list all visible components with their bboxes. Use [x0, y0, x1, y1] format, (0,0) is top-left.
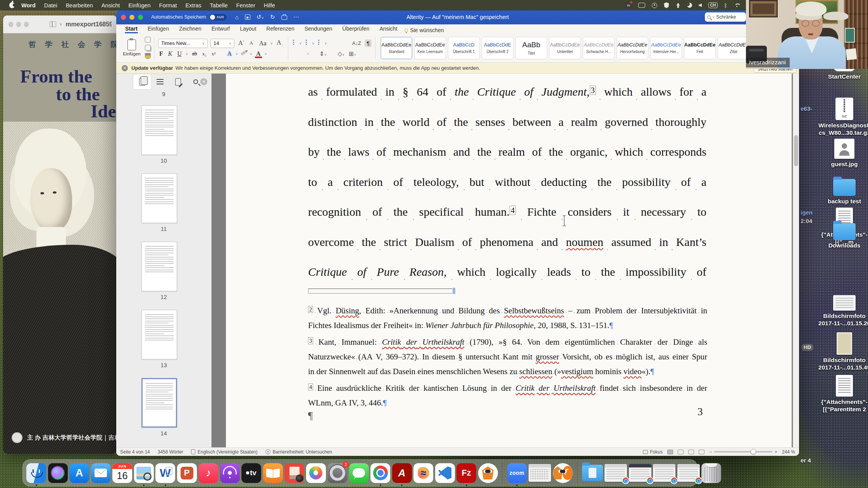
subscript-button[interactable]: x₂ — [201, 51, 208, 57]
view-print-layout-button[interactable] — [667, 450, 673, 454]
dock-podcasts[interactable] — [220, 463, 240, 483]
focus-toggle[interactable]: Fokus — [643, 449, 663, 455]
menu-item-tabelle[interactable]: Tabelle — [206, 2, 232, 9]
style-intensive-her-[interactable]: AaBbCcDdEeIntensive Her... — [650, 37, 682, 59]
dock-trash[interactable] — [701, 463, 721, 483]
zoom-slider[interactable]: −+ — [709, 449, 777, 455]
underline-button[interactable]: U — [176, 50, 183, 57]
font-color-button[interactable]: A — [255, 50, 262, 57]
menu-item-format[interactable]: Format — [155, 2, 181, 9]
document-canvas[interactable]: as formulated in § 64 of the Critique of… — [212, 74, 799, 447]
dock-contacts[interactable] — [284, 463, 304, 483]
style-überschrift-2[interactable]: AaBbCcDdEÜberschrift 2 — [482, 37, 513, 59]
font-name-select[interactable]: Times New...∨ — [158, 39, 208, 48]
tab-thumbnails[interactable] — [133, 74, 151, 89]
decrease-indent-button[interactable] — [336, 42, 338, 45]
cut-icon[interactable] — [145, 37, 151, 43]
autosave-toggle[interactable]: AUS — [209, 14, 227, 21]
chevron-down-icon[interactable]: ∨ — [59, 22, 62, 27]
bold-button[interactable]: F — [158, 50, 164, 57]
status-accessibility[interactable]: Barrierefreiheit: Untersuchen — [265, 449, 332, 455]
dock-powerpoint[interactable]: P — [177, 463, 197, 483]
dock-window-chrome-4[interactable] — [677, 464, 700, 482]
bullet-list-button[interactable] — [292, 39, 296, 48]
style-kein-leerraum[interactable]: AaBbCcDdEeKein Leerraum — [414, 37, 446, 59]
shield-icon[interactable] — [664, 2, 669, 8]
sort-button[interactable]: A↓Z — [351, 40, 362, 46]
menu-item-word[interactable]: Word — [17, 2, 40, 9]
menu-item-datei[interactable]: Datei — [40, 2, 62, 9]
align-center-button[interactable] — [297, 53, 299, 55]
dock-finder[interactable] — [26, 463, 46, 483]
borders-button[interactable]: ⊞∨ — [348, 50, 357, 57]
align-left-button[interactable] — [292, 53, 294, 55]
clear-formatting-button[interactable]: A◌ — [276, 39, 284, 47]
rocket-icon[interactable] — [675, 3, 680, 8]
minimize-button[interactable] — [16, 22, 21, 27]
dock-window-sudoku[interactable] — [529, 464, 551, 482]
multilevel-list-button[interactable] — [317, 39, 322, 48]
desktop-icon-downloads[interactable]: Downloads — [821, 223, 868, 249]
zoom-slider-knob[interactable] — [751, 449, 756, 454]
home-icon[interactable]: ⌂ — [235, 14, 239, 21]
ribbon-tab-start[interactable]: Start — [120, 25, 143, 33]
menu-item-hilfe[interactable]: Hilfe — [260, 2, 279, 9]
ribbon-tab-referenzen[interactable]: Referenzen — [261, 25, 299, 33]
superscript-button[interactable]: x² — [210, 51, 217, 57]
dock-window-chrome-3[interactable] — [653, 464, 675, 482]
preview-window[interactable]: ∨ mmexport1685949 哲 学 社 会 学 院 国 际 From t… — [3, 15, 117, 454]
dock-photos[interactable] — [306, 463, 326, 483]
close-button[interactable] — [121, 15, 126, 20]
ribbon-tab-einfügen[interactable]: Einfügen — [143, 25, 174, 33]
page-thumbnail-12[interactable] — [141, 242, 177, 291]
document-page[interactable]: as formulated in § 64 of the Critique of… — [226, 74, 792, 447]
zoom-button[interactable] — [138, 15, 143, 20]
footnotes[interactable]: 2 Vgl. Düsing, Edith: »Anerkennung und B… — [308, 303, 707, 412]
bluetooth-icon[interactable]: ᛒ — [724, 3, 727, 8]
desktop-icon-guest-jpg[interactable]: guest.jpg — [821, 139, 868, 168]
desktop-icon-bildschirmfoto[interactable]: Bildschirmfoto2017-11-...01.15.20 — [821, 295, 868, 327]
wifi-icon[interactable] — [734, 3, 740, 7]
close-sidebar-icon[interactable]: ✕ — [200, 78, 207, 85]
dock-settings[interactable]: 2 — [327, 463, 347, 483]
view-outline-button[interactable] — [688, 450, 694, 454]
tab-outline[interactable] — [151, 74, 169, 89]
style-standard[interactable]: AaBbCcDdEeStandard — [381, 37, 412, 59]
page-thumbnail-11[interactable] — [141, 174, 177, 223]
status-language[interactable]: Englisch (Vereinigte Staaten) — [191, 449, 258, 455]
ribbon-tab-ansicht[interactable]: Ansicht — [374, 25, 402, 33]
highlight-button[interactable] — [241, 50, 247, 56]
page-thumbnail-10[interactable] — [141, 105, 177, 155]
page-thumbnail-14[interactable] — [141, 378, 177, 428]
style-überschrift-1[interactable]: AaBbCcDÜberschrift 1 — [448, 37, 480, 59]
style-schwache-h-[interactable]: AaBbCcDdEeSchwache H... — [583, 37, 615, 59]
grow-font-button[interactable]: A^ — [237, 40, 246, 46]
video-call-overlay[interactable]: ivesradrizzani — [746, 0, 868, 69]
dock-filezilla[interactable]: Fz — [456, 463, 476, 483]
increase-indent-button[interactable] — [341, 42, 343, 45]
dock-wave-app[interactable] — [413, 463, 433, 483]
dock-tv[interactable]: tv — [241, 463, 261, 483]
close-button[interactable] — [9, 22, 13, 27]
style-zitat[interactable]: AaBbCcDdEeZitat — [718, 37, 749, 59]
style-hervorhebung[interactable]: AaBbCcDdEeHervorhebung — [617, 37, 648, 59]
style-untertitel[interactable]: AaBbCcDdEeUntertitel — [549, 37, 581, 59]
style-titel[interactable]: AaBbTitel — [515, 37, 547, 59]
italic-button[interactable]: K — [167, 50, 174, 57]
vertical-scrollbar[interactable] — [793, 74, 799, 447]
style-fett[interactable]: AaBbCcDdEeFett — [684, 37, 716, 59]
strikethrough-button[interactable]: ab — [191, 51, 198, 57]
ribbon-tab-entwurf[interactable]: Entwurf — [207, 25, 235, 33]
dismiss-update-icon[interactable]: ✕ — [122, 65, 128, 71]
menu-item-einfügen[interactable]: Einfügen — [124, 2, 155, 9]
do-not-disturb-icon[interactable] — [687, 3, 692, 8]
sidebar-toggle-icon[interactable] — [50, 21, 56, 27]
clock-alert-icon[interactable] — [652, 3, 657, 8]
ribbon-tab-überprüfen[interactable]: Überprüfen — [337, 25, 374, 33]
search-field[interactable]: ∨ Schränke — [705, 12, 746, 22]
page-thumbnail-13[interactable] — [141, 310, 177, 359]
view-draft-button[interactable] — [699, 450, 704, 454]
menu-item-extras[interactable]: Extras — [181, 2, 206, 9]
dock-window-chrome-2[interactable] — [629, 464, 651, 482]
copy-icon[interactable] — [145, 45, 151, 51]
